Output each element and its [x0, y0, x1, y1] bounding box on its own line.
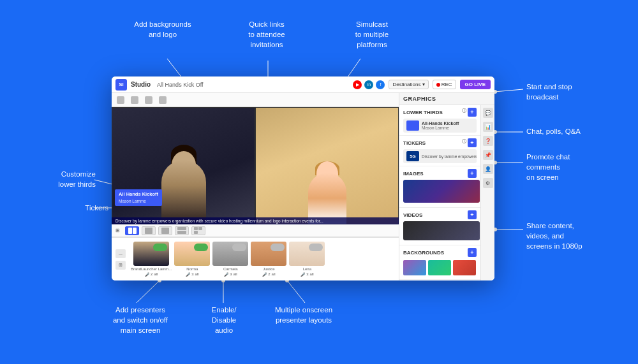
source-item-1: BrandLauncher Lamm... 🎤2all [131, 242, 172, 277]
layout-block-2 [133, 228, 137, 234]
source-controls-2: 🎤3all [186, 272, 198, 277]
videos-add-btn[interactable]: + [468, 210, 477, 219]
annotation-quick-links: Quick links to attendee invitations [235, 19, 299, 50]
streamyard-logo: SI [115, 79, 127, 91]
poll-side-icon[interactable]: 📊 [483, 122, 493, 132]
bg-thumb-2[interactable] [428, 260, 451, 275]
layout-btn-split[interactable] [125, 226, 139, 235]
ctrl-btn-1[interactable]: ... [115, 249, 126, 258]
layout-block-6 [177, 231, 186, 234]
promote-side-icon[interactable]: 📌 [483, 150, 493, 160]
presenter-2-video [256, 108, 398, 224]
presenter-1-video [112, 108, 255, 224]
svg-line-3 [494, 89, 523, 92]
lower-third-item-1: All-Hands Kickoff Mason Lamme [403, 119, 477, 133]
source-item-4: Justice 🎤2all [251, 242, 286, 277]
event-name: All Hands Kick Off [157, 82, 203, 88]
annotation-promote-chat: Promote chat comments on screen [526, 152, 628, 182]
camera-icon[interactable] [117, 96, 124, 104]
tickers-actions: ⓘ + [462, 138, 477, 147]
source-controls-5: 🎤3all [300, 272, 313, 277]
tickers-add-btn[interactable]: + [468, 138, 477, 147]
source-controls: ... ⊞ [115, 249, 126, 270]
lower-thirds-title: Mason Lamme [119, 198, 158, 204]
lower-thirds-section-title: LOWER THIRDS ⓘ + [403, 108, 477, 117]
layout-btn-single[interactable] [142, 226, 156, 235]
lt-name-1: All-Hands Kickoff [422, 121, 473, 126]
layout-block-7 [194, 227, 198, 230]
people-side-icon[interactable]: 👤 [483, 164, 493, 174]
source-strip: ... ⊞ BrandLauncher Lamm... 🎤2all [112, 237, 399, 280]
qa-side-icon[interactable]: ❓ [483, 136, 493, 146]
source-toggle-1[interactable] [153, 244, 167, 251]
annotation-start-stop: Start and stop broadcast [526, 82, 628, 102]
settings-side-icon[interactable]: ⚙ [483, 178, 493, 188]
graphics-panel-content: LOWER THIRDS ⓘ + All-Hands Kickoff Mason… [399, 105, 480, 280]
bg-thumb-1[interactable] [403, 260, 426, 275]
layout-btn-stack[interactable] [175, 226, 189, 235]
source-thumb-4 [251, 242, 286, 266]
annotation-simulcast: Simulcast to multiple platforms [337, 19, 407, 50]
annotation-add-presenters: Add presenters and switch on/off main sc… [105, 305, 175, 335]
ticker-item-1: 5G Discover by lamme empowers organizati… [403, 149, 477, 163]
svg-line-11 [287, 280, 305, 303]
destinations-button[interactable]: Destinations ▾ [389, 80, 428, 89]
images-label: IMAGES [403, 171, 424, 177]
lower-thirds-name: All Hands Kickoff [119, 191, 158, 198]
source-controls-1: 🎤2all [145, 272, 158, 277]
layout-block-4 [161, 228, 169, 234]
layout-label: ⊞ [115, 228, 120, 233]
source-toggle-4[interactable] [271, 244, 285, 251]
invite-icon[interactable] [145, 96, 152, 104]
source-controls-4: 🎤2all [262, 272, 275, 277]
annotation-enable-disable: Enable/ Disable audio [195, 305, 253, 335]
youtube-icon: ▶ [353, 80, 362, 89]
screen-icon[interactable] [131, 96, 138, 104]
lower-thirds-section: LOWER THIRDS ⓘ + All-Hands Kickoff Mason… [399, 105, 480, 136]
video-panel-1: All Hands Kickoff Mason Lamme [112, 107, 255, 224]
lower-thirds-label: LOWER THIRDS [403, 110, 443, 115]
ctrl-btn-2[interactable]: ⊞ [115, 261, 126, 270]
ticker-5g-label: 5G [406, 151, 419, 161]
layout-block-5 [177, 227, 186, 230]
annotation-chat-polls: Chat, polls, Q&A [526, 126, 628, 136]
ticker-overlay: Discover by lamme empowers organization … [112, 217, 399, 224]
layout-btn-pip[interactable] [158, 226, 172, 235]
source-toggle-2[interactable] [194, 244, 208, 251]
lower-thirds-actions: ⓘ + [462, 108, 477, 117]
source-item-5: Lena 🎤3all [289, 242, 325, 277]
source-toggle-5[interactable] [309, 244, 323, 251]
bg-thumb-3[interactable] [453, 260, 476, 275]
source-item-3: Carmela 🎤3all [212, 242, 248, 277]
title-bar: SI Studio All Hands Kick Off ▶ in f Dest… [112, 76, 494, 93]
ticker-thumb-1: 5G [406, 151, 419, 161]
source-toggle-3[interactable] [232, 244, 246, 251]
backgrounds-add-btn[interactable]: + [468, 248, 477, 257]
side-icon-bar: 💬 📊 ❓ 📌 👤 ⚙ [480, 105, 494, 280]
source-label-2: Norma [186, 267, 198, 271]
studio-window: SI Studio All Hands Kick Off ▶ in f Dest… [112, 76, 494, 280]
image-thumb-1 [403, 180, 480, 203]
lower-thirds-add-btn[interactable]: + [468, 108, 477, 117]
tickers-section: TICKERS ⓘ + 5G Discover by lamme empower… [399, 136, 480, 166]
layout-block-1 [128, 228, 132, 234]
layout-btn-grid[interactable] [191, 226, 205, 235]
lower-thirds-overlay: All Hands Kickoff Mason Lamme [115, 189, 162, 206]
annotation-add-backgrounds: Add backgrounds and logo [131, 19, 195, 40]
source-thumb-5 [289, 242, 325, 266]
lt-text-1: All-Hands Kickoff Mason Lamme [422, 121, 473, 130]
graphics-panel: GRAPHICS LOWER THIRDS ⓘ + [399, 93, 494, 280]
graphics-panel-header: GRAPHICS [399, 93, 494, 105]
go-live-button[interactable]: GO LIVE [460, 80, 491, 89]
lt-subtitle-1: Mason Lamme [422, 126, 473, 130]
images-section: IMAGES + [399, 166, 480, 208]
ticker-text-1: Discover by lamme empowers organization … [422, 154, 477, 159]
chat-side-icon[interactable]: 💬 [483, 108, 493, 118]
layout-block-9 [194, 231, 198, 234]
toolbar-row [112, 93, 399, 107]
manage-icon[interactable] [159, 96, 167, 104]
lt-info-icon: ⓘ [462, 108, 466, 117]
rec-button[interactable]: REC [433, 80, 456, 89]
studio-label: Studio [131, 81, 151, 88]
images-add-btn[interactable]: + [468, 169, 477, 178]
